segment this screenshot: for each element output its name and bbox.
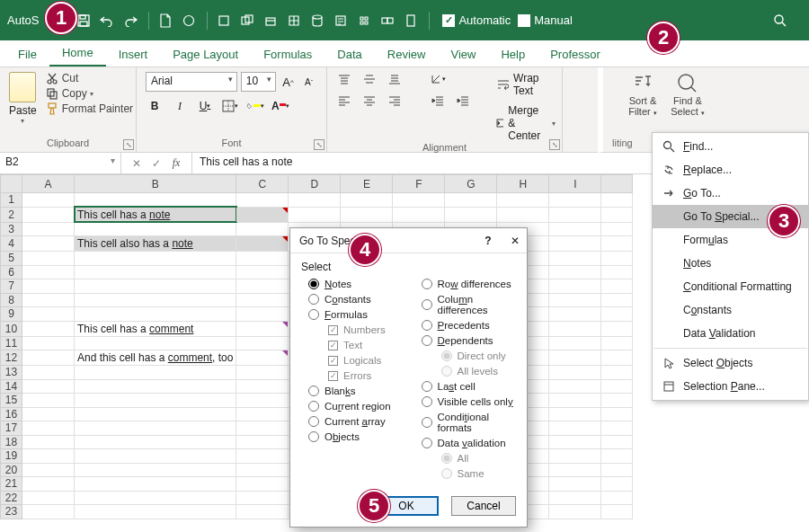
cell[interactable] (236, 207, 289, 222)
cell[interactable] (236, 394, 289, 408)
cell[interactable] (601, 236, 633, 252)
cell[interactable] (75, 279, 236, 294)
row-header[interactable]: 19 (1, 449, 22, 464)
col-header[interactable]: H (497, 175, 549, 193)
menu-item[interactable]: Replace... (653, 158, 808, 182)
cell[interactable] (22, 394, 75, 408)
dialog-close-icon[interactable]: ✕ (511, 235, 520, 247)
cell[interactable] (549, 394, 601, 408)
dialog-option[interactable]: Blanks (308, 386, 404, 396)
qat-icon-g[interactable] (353, 10, 375, 31)
cell[interactable] (22, 279, 75, 294)
fx-icon[interactable]: fx (166, 156, 186, 170)
cell[interactable] (549, 307, 601, 322)
col-header[interactable] (601, 175, 633, 193)
dialog-option[interactable]: Constants (308, 294, 404, 305)
cell[interactable] (236, 293, 289, 307)
cell[interactable] (22, 379, 75, 394)
dialog-option[interactable]: Row differences (422, 279, 517, 289)
menu-item[interactable]: Selection Pane... (653, 375, 808, 398)
row-header[interactable]: 9 (1, 307, 22, 322)
align-bottom-icon[interactable] (387, 72, 403, 86)
cell[interactable] (601, 463, 633, 477)
cell[interactable] (549, 222, 601, 236)
menu-item[interactable]: Data Validation (653, 322, 808, 345)
cell[interactable] (22, 421, 75, 436)
cell[interactable] (75, 307, 236, 322)
cell[interactable] (601, 265, 633, 279)
dialog-option[interactable]: Direct only (422, 350, 517, 361)
cell[interactable] (22, 407, 75, 421)
cell[interactable] (236, 491, 289, 505)
cell[interactable] (601, 394, 633, 408)
cell[interactable] (549, 279, 601, 294)
dialog-option[interactable]: Current array (308, 416, 404, 427)
cell[interactable] (236, 421, 289, 436)
row-header[interactable]: 1 (1, 193, 22, 208)
cell[interactable] (236, 236, 289, 252)
cell[interactable] (289, 207, 341, 222)
cell[interactable] (236, 366, 289, 380)
cell[interactable] (75, 463, 236, 477)
cell[interactable] (601, 491, 633, 505)
alignment-launcher[interactable]: ⤡ (549, 139, 560, 150)
tab-home[interactable]: Home (49, 40, 106, 66)
decrease-indent-icon[interactable] (430, 93, 446, 108)
select-all-corner[interactable] (1, 175, 22, 193)
col-header[interactable]: B (75, 175, 236, 193)
manual-checkbox[interactable]: Manual (518, 13, 573, 27)
cell[interactable] (22, 505, 75, 519)
cell[interactable] (393, 207, 445, 222)
cell[interactable] (549, 207, 601, 222)
increase-font-icon[interactable]: A^ (280, 72, 297, 92)
cell[interactable] (289, 193, 341, 208)
cell[interactable] (601, 293, 633, 307)
cell[interactable] (341, 207, 393, 222)
automatic-checkbox[interactable]: ✓Automatic (442, 13, 511, 27)
qat-icon-h[interactable] (377, 10, 398, 31)
cell[interactable] (601, 336, 633, 350)
underline-button[interactable]: U ▾ (196, 97, 214, 115)
cell[interactable] (236, 435, 289, 449)
cell[interactable] (22, 350, 75, 366)
cell[interactable] (22, 252, 75, 266)
cell[interactable] (341, 193, 393, 208)
font-size-select[interactable]: 10 (241, 72, 276, 92)
cell[interactable]: And this cell has a comment, too (75, 350, 236, 366)
font-launcher[interactable]: ⤡ (314, 139, 324, 150)
format-painter-button[interactable]: Format Painter (46, 102, 133, 115)
fill-color-button[interactable]: ▾ (246, 97, 264, 115)
qat-redo-icon[interactable] (120, 10, 141, 31)
cell[interactable] (549, 366, 601, 380)
cell[interactable] (601, 366, 633, 380)
find-select-button[interactable]: Find & Select ▾ (666, 72, 709, 117)
cell[interactable] (601, 222, 633, 236)
qat-icon-e[interactable] (307, 10, 328, 31)
cell[interactable] (549, 421, 601, 436)
cell[interactable] (75, 421, 236, 436)
cell[interactable] (549, 350, 601, 366)
cell[interactable]: This cell has a comment (75, 321, 236, 336)
cell[interactable] (75, 366, 236, 380)
cell[interactable] (549, 407, 601, 421)
align-top-icon[interactable] (336, 72, 352, 86)
col-header[interactable]: F (393, 175, 445, 193)
tab-formulas[interactable]: Formulas (251, 42, 324, 66)
cell[interactable] (601, 421, 633, 436)
tab-view[interactable]: View (438, 42, 488, 66)
dialog-option[interactable]: Last cell (422, 381, 517, 392)
tab-review[interactable]: Review (375, 42, 439, 66)
row-header[interactable]: 21 (1, 477, 22, 492)
decrease-font-icon[interactable]: Aˇ (300, 72, 317, 92)
dialog-option[interactable]: ✓Numbers (308, 324, 404, 335)
dialog-option[interactable]: Dependents (422, 335, 517, 346)
cell[interactable] (549, 265, 601, 279)
menu-item[interactable]: Go To... (653, 182, 808, 205)
cell[interactable] (22, 366, 75, 380)
cut-button[interactable]: Cut (46, 72, 133, 84)
qat-newfile-icon[interactable] (155, 10, 176, 31)
qat-icon-a[interactable] (213, 10, 235, 31)
row-header[interactable]: 12 (1, 350, 22, 366)
tab-file[interactable]: File (5, 42, 49, 66)
cell[interactable] (549, 463, 601, 477)
